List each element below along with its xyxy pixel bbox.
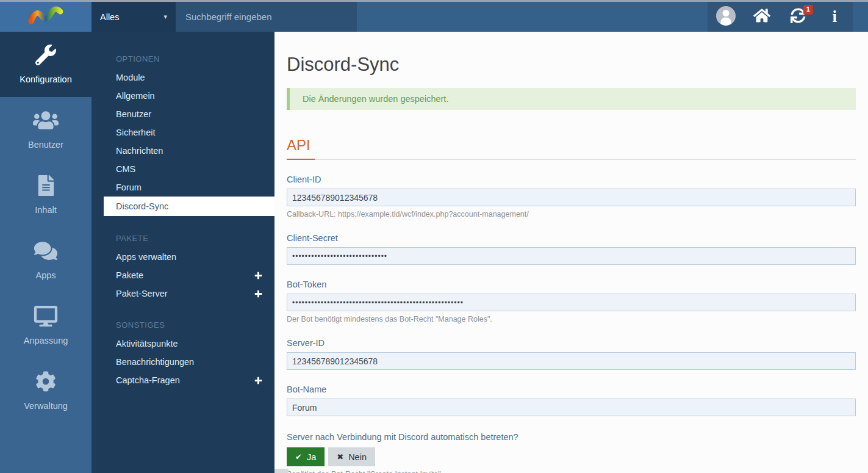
sync-button[interactable]: 1	[785, 2, 812, 32]
sidebar-item-benutzer[interactable]: Benutzer	[0, 97, 91, 162]
sidebar-item-label: Anpassung	[24, 336, 68, 345]
topbar: Alles ▾	[0, 0, 868, 32]
user-menu-button[interactable]	[712, 2, 739, 32]
topbar-end-spacer	[853, 2, 868, 32]
chevron-down-icon: ▾	[163, 13, 167, 21]
desktop-icon	[34, 306, 58, 329]
main-content: Discord-Sync Die Änderungen wurden gespe…	[274, 32, 868, 473]
menu-item-sicherheit[interactable]: Sicherheit	[91, 123, 274, 142]
admin-panel: Alles ▾	[0, 0, 868, 473]
auto-join-buttons: ✔ Ja ✖ Nein	[287, 447, 856, 466]
client-secret-label: Client-Secret	[287, 233, 856, 243]
auto-join-label: Server nach Verbindung mit Discord autom…	[287, 432, 856, 442]
sidebar-item-label: Benutzer	[28, 140, 63, 150]
search-scope-label: Alles	[100, 12, 119, 22]
bot-token-label: Bot-Token	[287, 280, 856, 289]
menu-section-pakete: PAKETE Apps verwalten Pakete Paket-Serve…	[91, 229, 274, 303]
plus-icon[interactable]	[254, 377, 262, 385]
plus-icon[interactable]	[254, 290, 262, 298]
menu-item-allgemein[interactable]: Allgemein	[91, 87, 274, 105]
avatar	[716, 6, 736, 28]
partial-bottom-element	[274, 469, 289, 473]
wrench-icon	[35, 45, 57, 68]
no-button-label: Nein	[348, 452, 367, 462]
menu-item-discord-sync[interactable]: Discord-Sync	[104, 197, 274, 216]
sidebar-item-label: Konfiguration	[20, 74, 71, 84]
menu-item-forum[interactable]: Forum	[91, 178, 274, 197]
bot-name-input[interactable]	[287, 399, 856, 416]
client-secret-input[interactable]	[287, 247, 856, 265]
woltlab-logo-icon	[27, 4, 65, 31]
search-box	[176, 2, 357, 32]
app-logo[interactable]	[0, 2, 91, 32]
menu-section-title: OPTIONEN	[91, 50, 274, 68]
plus-icon[interactable]	[254, 272, 262, 280]
sidebar-item-label: Verwaltung	[24, 401, 68, 411]
sidebar-item-anpassung[interactable]: Anpassung	[0, 293, 91, 358]
primary-sidebar: Konfiguration Benutzer Inhalt Apps	[0, 32, 91, 473]
gear-icon	[35, 371, 56, 394]
home-icon	[753, 8, 770, 26]
menu-item-captcha-fragen[interactable]: Captcha-Fragen	[91, 371, 274, 389]
yes-button-label: Ja	[307, 452, 316, 462]
menu-item-benachrichtigungen[interactable]: Benachrichtigungen	[91, 353, 274, 371]
check-icon: ✔	[295, 452, 302, 461]
sidebar-item-inhalt[interactable]: Inhalt	[0, 162, 91, 228]
home-button[interactable]	[748, 2, 775, 32]
bot-name-field: Bot-Name	[287, 385, 856, 416]
menu-item-benutzer[interactable]: Benutzer	[91, 105, 274, 123]
menu-item-apps-verwalten[interactable]: Apps verwalten	[91, 248, 274, 266]
client-id-hint: Callback-URL: https://example.tld/wcf/in…	[287, 210, 856, 218]
menu-item-module[interactable]: Module	[91, 68, 274, 87]
no-button[interactable]: ✖ Nein	[328, 447, 375, 466]
success-message: Die Änderungen wurden gespeichert.	[287, 88, 856, 110]
menu-section-title: PAKETE	[91, 229, 274, 248]
menu-item-pakete[interactable]: Pakete	[91, 266, 274, 284]
client-id-input[interactable]	[287, 189, 856, 206]
info-icon: i	[832, 9, 837, 25]
topbar-spacer	[357, 2, 708, 32]
sidebar-item-konfiguration[interactable]: Konfiguration	[0, 32, 91, 97]
users-icon	[33, 110, 59, 133]
client-id-field: Client-ID Callback-URL: https://example.…	[287, 175, 856, 218]
client-id-label: Client-ID	[287, 175, 856, 184]
search-scope-dropdown[interactable]: Alles ▾	[91, 2, 176, 32]
menu-section-sonstiges: SONSTIGES Aktivitätspunkte Benachrichtig…	[91, 316, 274, 389]
server-id-label: Server-ID	[287, 338, 856, 348]
menu-item-cms[interactable]: CMS	[91, 160, 274, 178]
server-id-input[interactable]	[287, 352, 856, 370]
document-icon	[38, 175, 54, 198]
page-title: Discord-Sync	[287, 54, 856, 76]
cross-icon: ✖	[337, 452, 343, 461]
info-button[interactable]: i	[821, 2, 848, 32]
sidebar-item-label: Inhalt	[35, 205, 56, 215]
sidebar-item-verwaltung[interactable]: Verwaltung	[0, 358, 91, 424]
menu-item-aktivitaetspunkte[interactable]: Aktivitätspunkte	[91, 334, 274, 353]
server-id-field: Server-ID	[287, 338, 856, 370]
bot-token-hint: Der Bot benötigt mindestens das Bot-Rech…	[287, 315, 856, 323]
client-secret-field: Client-Secret	[287, 233, 856, 265]
menu-item-nachrichten[interactable]: Nachrichten	[91, 142, 274, 160]
section-head-api: API	[287, 137, 856, 160]
auto-join-question: Server nach Verbindung mit Discord autom…	[287, 432, 856, 473]
menu-item-paket-server[interactable]: Paket-Server	[91, 284, 274, 303]
bot-token-input[interactable]	[287, 294, 856, 311]
menu-section-title: SONSTIGES	[91, 316, 274, 334]
notification-badge: 1	[803, 5, 813, 15]
bot-name-label: Bot-Name	[287, 385, 856, 394]
auto-join-hint: Benötigt das Bot-Recht "Create Instant I…	[287, 470, 856, 473]
bot-token-field: Bot-Token Der Bot benötigt mindestens da…	[287, 280, 856, 323]
sidebar-item-apps[interactable]: Apps	[0, 228, 91, 293]
yes-button[interactable]: ✔ Ja	[287, 447, 325, 466]
sidebar-item-label: Apps	[35, 270, 56, 280]
comments-icon	[34, 240, 58, 264]
menu-section-optionen: OPTIONEN Module Allgemein Benutzer Siche…	[91, 50, 274, 216]
secondary-menu: OPTIONEN Module Allgemein Benutzer Siche…	[91, 32, 274, 473]
section-title: API	[287, 137, 856, 154]
topbar-icon-area: 1 i	[708, 2, 853, 32]
search-input[interactable]	[176, 12, 357, 22]
